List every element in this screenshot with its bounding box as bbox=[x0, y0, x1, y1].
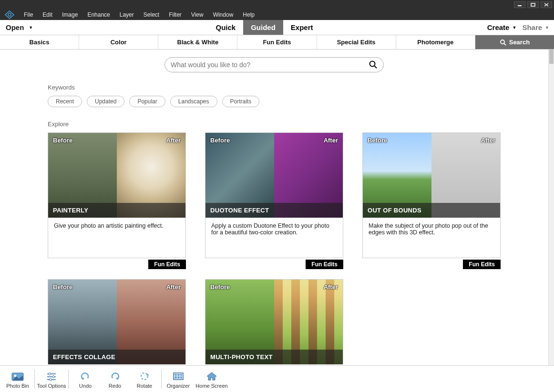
category-special-edits[interactable]: Special Edits bbox=[317, 35, 396, 49]
close-button[interactable] bbox=[541, 1, 552, 8]
card-title: DUOTONE EFFECT bbox=[205, 203, 343, 218]
menu-window[interactable]: Window bbox=[208, 11, 238, 18]
card-out-of-bounds[interactable]: Before After OUT OF BOUNDS Make the subj… bbox=[362, 132, 501, 258]
organizer-button[interactable]: Organizer bbox=[164, 366, 193, 392]
card-tag: Fun Edits bbox=[148, 260, 186, 269]
explore-heading: Explore bbox=[48, 121, 501, 128]
svg-point-8 bbox=[370, 61, 375, 67]
category-color[interactable]: Color bbox=[79, 35, 158, 49]
card-image: Before After DUOTONE EFFECT bbox=[205, 133, 343, 218]
menu-enhance[interactable]: Enhance bbox=[82, 11, 114, 18]
rotate-button[interactable]: Rotate bbox=[130, 366, 159, 392]
tool-options-label: Tool Options bbox=[37, 383, 66, 389]
open-button[interactable]: Open ▼ bbox=[0, 20, 41, 35]
redo-icon bbox=[109, 370, 121, 383]
before-label: Before bbox=[210, 137, 230, 144]
menu-filter[interactable]: Filter bbox=[164, 11, 186, 18]
redo-label: Redo bbox=[109, 383, 121, 389]
main-content: Keywords Recent Updated Popular Landscap… bbox=[0, 50, 548, 365]
keyword-chip[interactable]: Portraits bbox=[222, 96, 260, 107]
tool-options-icon bbox=[46, 370, 57, 383]
create-label: Create bbox=[487, 23, 510, 31]
menu-layer[interactable]: Layer bbox=[115, 11, 139, 18]
svg-point-6 bbox=[501, 40, 504, 44]
mode-guided[interactable]: Guided bbox=[243, 20, 283, 35]
card-effects-collage[interactable]: Before After EFFECTS COLLAGE bbox=[48, 279, 186, 364]
mode-quick[interactable]: Quick bbox=[208, 20, 243, 35]
category-fun-edits[interactable]: Fun Edits bbox=[237, 35, 317, 49]
card-title: OUT OF BOUNDS bbox=[363, 203, 500, 218]
card-description: Apply a custom Duotone Effect to your ph… bbox=[205, 218, 343, 258]
card-title: MULTI-PHOTO TEXT bbox=[205, 350, 343, 364]
card-painterly[interactable]: Before After PAINTERLY Give your photo a… bbox=[48, 132, 186, 258]
after-label: After bbox=[166, 283, 181, 291]
before-label: Before bbox=[53, 283, 72, 291]
category-photomerge[interactable]: Photomerge bbox=[396, 35, 475, 49]
vertical-scrollbar[interactable] bbox=[548, 50, 554, 365]
category-bw[interactable]: Black & White bbox=[158, 35, 237, 49]
keywords-heading: Keywords bbox=[48, 84, 501, 91]
mode-expert[interactable]: Expert bbox=[283, 20, 321, 35]
svg-rect-28 bbox=[180, 376, 182, 379]
chevron-down-icon: ▼ bbox=[29, 25, 33, 30]
card-multi-photo-text[interactable]: Before After MULTI-PHOTO TEXT bbox=[205, 279, 343, 364]
menu-edit[interactable]: Edit bbox=[38, 11, 57, 18]
maximize-button[interactable] bbox=[527, 1, 539, 8]
photo-bin-button[interactable]: Photo Bin bbox=[3, 366, 32, 392]
search-icon bbox=[500, 39, 506, 46]
card-image: Before After EFFECTS COLLAGE bbox=[48, 280, 185, 364]
create-button[interactable]: Create ▼ bbox=[487, 23, 517, 31]
undo-button[interactable]: Undo bbox=[71, 366, 100, 392]
home-icon bbox=[206, 370, 217, 383]
svg-line-9 bbox=[374, 66, 377, 68]
tool-options-button[interactable]: Tool Options bbox=[37, 366, 66, 392]
separator bbox=[68, 370, 69, 389]
svg-rect-23 bbox=[174, 374, 177, 376]
after-label: After bbox=[481, 137, 495, 144]
keyword-chip[interactable]: Popular bbox=[129, 96, 165, 107]
menu-image[interactable]: Image bbox=[57, 11, 82, 18]
svg-point-15 bbox=[49, 372, 51, 375]
menu-file[interactable]: File bbox=[19, 11, 38, 18]
after-label: After bbox=[324, 137, 338, 144]
svg-rect-27 bbox=[177, 376, 180, 379]
menu-select[interactable]: Select bbox=[139, 11, 164, 18]
svg-marker-29 bbox=[207, 372, 216, 380]
svg-point-17 bbox=[50, 378, 52, 381]
before-label: Before bbox=[368, 137, 387, 144]
menu-help[interactable]: Help bbox=[238, 11, 259, 18]
home-screen-button[interactable]: Home Screen bbox=[193, 366, 230, 392]
separator bbox=[34, 370, 35, 389]
svg-line-7 bbox=[504, 43, 506, 45]
redo-button[interactable]: Redo bbox=[100, 366, 130, 392]
search-field[interactable] bbox=[164, 57, 384, 72]
card-description: Make the subject of your photo pop out o… bbox=[363, 218, 500, 258]
svg-rect-0 bbox=[518, 5, 522, 6]
svg-point-5 bbox=[8, 13, 11, 16]
svg-rect-24 bbox=[177, 374, 180, 376]
search-input[interactable] bbox=[171, 61, 369, 69]
share-button[interactable]: Share ▼ bbox=[522, 23, 549, 31]
undo-icon bbox=[80, 370, 91, 383]
titlebar bbox=[0, 0, 554, 10]
category-basics[interactable]: Basics bbox=[0, 35, 79, 49]
minimize-button[interactable] bbox=[514, 1, 525, 8]
organizer-label: Organizer bbox=[167, 383, 190, 389]
home-label: Home Screen bbox=[195, 383, 227, 389]
category-search[interactable]: Search bbox=[475, 35, 554, 49]
menu-view[interactable]: View bbox=[186, 11, 208, 18]
scrollbar-thumb[interactable] bbox=[549, 50, 554, 64]
card-title: EFFECTS COLLAGE bbox=[48, 350, 185, 364]
share-label: Share bbox=[522, 23, 542, 31]
separator bbox=[161, 370, 162, 389]
keyword-chip[interactable]: Landscapes bbox=[170, 96, 217, 107]
keyword-chip[interactable]: Recent bbox=[48, 96, 82, 107]
svg-point-20 bbox=[141, 373, 148, 380]
keyword-chip[interactable]: Updated bbox=[87, 96, 124, 107]
open-label: Open bbox=[6, 23, 24, 31]
card-duotone[interactable]: Before After DUOTONE EFFECT Apply a cust… bbox=[205, 132, 343, 258]
card-image: Before After PAINTERLY bbox=[48, 133, 185, 218]
category-bar: Basics Color Black & White Fun Edits Spe… bbox=[0, 35, 554, 50]
svg-point-16 bbox=[52, 375, 55, 378]
card-tag: Fun Edits bbox=[306, 260, 343, 269]
